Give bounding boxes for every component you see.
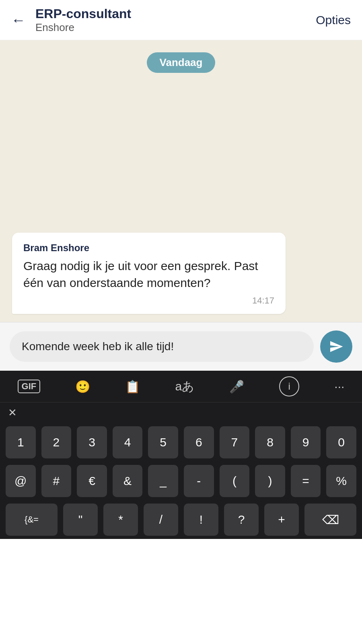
page-title: ERP-consultant xyxy=(35,6,316,21)
key-open-paren[interactable]: ( xyxy=(220,465,250,497)
company-name: Enshore xyxy=(35,21,316,34)
header: ← ERP-consultant Enshore Opties xyxy=(0,0,362,40)
key-ampersand[interactable]: & xyxy=(113,465,143,497)
key-question[interactable]: ? xyxy=(224,504,259,536)
key-1[interactable]: 1 xyxy=(6,426,36,458)
key-asterisk[interactable]: * xyxy=(103,504,138,536)
key-plus[interactable]: + xyxy=(264,504,299,536)
key-exclaim[interactable]: ! xyxy=(184,504,218,536)
more-icon: ··· xyxy=(334,380,344,393)
keyboard-close-button[interactable]: ✕ xyxy=(8,407,17,419)
key-equals[interactable]: = xyxy=(291,465,321,497)
message-sender: Bram Enshore xyxy=(23,242,274,254)
header-info: ERP-consultant Enshore xyxy=(35,6,316,34)
symbol-row-1: @ # € & _ - ( ) = % xyxy=(0,462,362,500)
message-input[interactable] xyxy=(10,331,314,362)
key-euro[interactable]: € xyxy=(77,465,107,497)
messages-list: Bram Enshore Graag nodig ik je uit voor … xyxy=(12,85,350,314)
key-special-chars[interactable]: {&= xyxy=(6,504,58,536)
more-button[interactable]: ··· xyxy=(334,380,344,393)
key-close-paren[interactable]: ) xyxy=(255,465,285,497)
number-row: 1 2 3 4 5 6 7 8 9 0 xyxy=(0,423,362,462)
translate-button[interactable]: aあ xyxy=(175,378,194,395)
info-button[interactable]: i xyxy=(279,376,299,396)
key-quote[interactable]: " xyxy=(63,504,98,536)
translate-label: aあ xyxy=(175,378,194,395)
key-3[interactable]: 3 xyxy=(77,426,107,458)
gif-label: GIF xyxy=(18,380,41,393)
key-0[interactable]: 0 xyxy=(326,426,356,458)
key-7[interactable]: 7 xyxy=(220,426,250,458)
key-minus[interactable]: - xyxy=(184,465,214,497)
options-button[interactable]: Opties xyxy=(316,13,351,27)
key-8[interactable]: 8 xyxy=(255,426,285,458)
info-icon: i xyxy=(279,376,299,396)
keyboard-close-row: ✕ xyxy=(0,402,362,423)
message-text: Graag nodig ik je uit voor een gesprek. … xyxy=(23,258,274,291)
mic-icon: 🎤 xyxy=(229,380,244,394)
emoji-icon: 🙂 xyxy=(75,380,90,394)
key-9[interactable]: 9 xyxy=(291,426,321,458)
key-at[interactable]: @ xyxy=(6,465,36,497)
date-badge: Vandaag xyxy=(12,52,350,73)
message-bubble: Bram Enshore Graag nodig ik je uit voor … xyxy=(12,233,286,314)
gif-button[interactable]: GIF xyxy=(18,380,41,393)
key-4[interactable]: 4 xyxy=(113,426,143,458)
send-button[interactable] xyxy=(320,330,352,363)
keyboard-toolbar: GIF 🙂 📋 aあ 🎤 i ··· xyxy=(0,371,362,402)
message-time: 14:17 xyxy=(23,295,274,306)
input-area xyxy=(0,322,362,371)
key-slash[interactable]: / xyxy=(144,504,178,536)
key-hash[interactable]: # xyxy=(41,465,72,497)
key-backspace[interactable]: ⌫ xyxy=(304,504,356,536)
mic-button[interactable]: 🎤 xyxy=(229,380,244,394)
symbol-row-2: {&= " * / ! ? + ⌫ xyxy=(0,500,362,539)
back-button[interactable]: ← xyxy=(11,12,26,29)
clipboard-icon: 📋 xyxy=(125,380,140,394)
clipboard-button[interactable]: 📋 xyxy=(125,380,140,394)
key-2[interactable]: 2 xyxy=(41,426,72,458)
key-6[interactable]: 6 xyxy=(184,426,214,458)
key-5[interactable]: 5 xyxy=(148,426,178,458)
keyboard: 1 2 3 4 5 6 7 8 9 0 @ # € & _ - ( ) = % … xyxy=(0,423,362,539)
chat-area: Vandaag Bram Enshore Graag nodig ik je u… xyxy=(0,40,362,322)
key-underscore[interactable]: _ xyxy=(148,465,178,497)
send-icon xyxy=(329,339,343,354)
emoji-button[interactable]: 🙂 xyxy=(75,380,90,394)
key-percent[interactable]: % xyxy=(326,465,356,497)
